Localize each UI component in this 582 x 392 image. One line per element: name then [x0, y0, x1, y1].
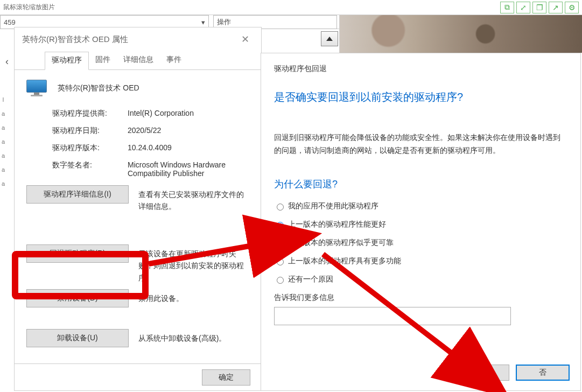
monitor-icon	[26, 80, 48, 97]
disable-device-desc: 禁用此设备。	[138, 292, 249, 304]
version-label: 驱动程序版本:	[52, 143, 128, 153]
radio-label-0: 我的应用不使用此驱动程序	[288, 201, 378, 211]
chevron-down-icon[interactable]: ▾	[201, 18, 205, 26]
dialog-buttons: 是 否	[455, 365, 570, 381]
copy-icon[interactable]: ❐	[532, 2, 546, 13]
radio-label-4: 还有一个原因	[288, 275, 333, 284]
yes-button[interactable]: 是	[455, 365, 509, 381]
provider-label: 驱动程序提供商:	[52, 109, 128, 118]
app-title: 鼠标滚轮缩放图片	[3, 3, 498, 12]
properties-body: 英特尔(R)智音技术 OED 驱动程序提供商:Intel(R) Corporat…	[15, 70, 261, 369]
radio-option-3[interactable]: 上一版本的驱动程序具有更多功能	[274, 256, 567, 266]
dropdown-up-button[interactable]	[321, 31, 338, 46]
radio-option-1[interactable]: 上一版本的驱动程序性能更好	[274, 220, 567, 229]
signer-value: Microsoft Windows Hardware Compatibility…	[128, 160, 249, 178]
provider-value: Intel(R) Corporation	[128, 109, 249, 118]
tab-events[interactable]: 事件	[160, 52, 188, 70]
radio-input-0[interactable]	[277, 204, 284, 211]
disable-device-button[interactable]: 禁用设备(D)	[26, 289, 129, 307]
zoom-value: 459	[4, 18, 16, 26]
rollback-dialog-title: 驱动程序包回退	[274, 64, 567, 74]
radio-option-4[interactable]: 还有一个原因	[274, 275, 567, 284]
tab-driver[interactable]: 驱动程序	[45, 52, 89, 70]
radio-option-0[interactable]: 我的应用不使用此驱动程序	[274, 201, 567, 211]
properties-titlebar: 英特尔(R)智音技术 OED 属性 ✕	[15, 27, 261, 51]
device-name: 英特尔(R)智音技术 OED	[58, 83, 139, 93]
ok-button[interactable]: 确定	[202, 369, 250, 386]
why-heading: 为什么要回退?	[274, 178, 567, 191]
radio-input-3[interactable]	[277, 258, 284, 265]
driver-info: 驱动程序提供商:Intel(R) Corporation 驱动程序日期:2020…	[52, 109, 249, 178]
radio-input-2[interactable]	[277, 240, 284, 247]
driver-details-button[interactable]: 驱动程序详细信息(I)	[26, 185, 129, 204]
radio-option-2[interactable]: 上一版本的驱动程序似乎更可靠	[274, 238, 567, 248]
signer-label: 数字签名者:	[52, 160, 128, 178]
rollback-dialog: 驱动程序包回退 是否确实要回退到以前安装的驱动程序? 回退到旧驱动程序可能会降低…	[261, 53, 581, 391]
properties-footer: 确定	[15, 363, 261, 390]
edge-letters: l a a a a a a	[0, 93, 6, 191]
properties-title: 英特尔(R)智音技术 OED 属性	[22, 34, 128, 45]
uninstall-device-desc: 从系统中卸载设备(高级)。	[138, 332, 249, 344]
date-label: 驱动程序日期:	[52, 126, 128, 136]
action-select-label: 操作	[217, 17, 231, 27]
no-button[interactable]: 否	[516, 365, 570, 381]
tab-firmware[interactable]: 固件	[89, 52, 117, 70]
date-value: 2020/5/22	[128, 126, 249, 136]
rollback-driver-button[interactable]: 回退驱动程序(R)	[26, 244, 129, 263]
more-info-input[interactable]	[274, 307, 511, 325]
tab-details[interactable]: 详细信息	[117, 52, 160, 70]
rollback-driver-desc: 果该设备在更新驱动程序时失败，则回退到以前安装的驱动程序。	[138, 248, 249, 284]
driver-details-desc: 查看有关已安装驱动程序文件的详细信息。	[138, 188, 249, 213]
app-toolbar: 鼠标滚轮缩放图片 ⧉ ⤢ ❐ ↗ ⚙	[0, 0, 582, 15]
fullscreen-icon[interactable]: ⤢	[516, 2, 530, 13]
radio-input-4[interactable]	[277, 277, 284, 284]
tabs-bar: 驱动程序 固件 详细信息 事件	[15, 51, 261, 70]
radio-label-1: 上一版本的驱动程序性能更好	[288, 220, 386, 229]
radio-label-2: 上一版本的驱动程序似乎更可靠	[288, 238, 394, 248]
uninstall-device-button[interactable]: 卸载设备(U)	[26, 329, 129, 347]
more-info-label: 告诉我们更多信息	[274, 293, 567, 303]
rollback-warning: 回退到旧驱动程序可能会降低设备的功能或安全性。如果这未解决你在使用设备时遇到的问…	[274, 131, 567, 157]
close-icon[interactable]: ✕	[237, 31, 254, 47]
version-value: 10.24.0.4009	[128, 143, 249, 153]
triangle-up-icon	[326, 37, 333, 41]
background-image	[339, 15, 582, 53]
back-chevron-icon[interactable]: ‹	[5, 56, 9, 67]
share-icon[interactable]: ↗	[549, 2, 563, 13]
window-restore-icon[interactable]: ⧉	[500, 2, 514, 13]
radio-label-3: 上一版本的驱动程序具有更多功能	[288, 256, 401, 266]
properties-window: 英特尔(R)智音技术 OED 属性 ✕ 驱动程序 固件 详细信息 事件 英特尔(…	[14, 27, 262, 391]
gear-icon[interactable]: ⚙	[565, 2, 579, 13]
rollback-heading: 是否确实要回退到以前安装的驱动程序?	[274, 90, 567, 104]
radio-input-1[interactable]	[277, 222, 284, 229]
